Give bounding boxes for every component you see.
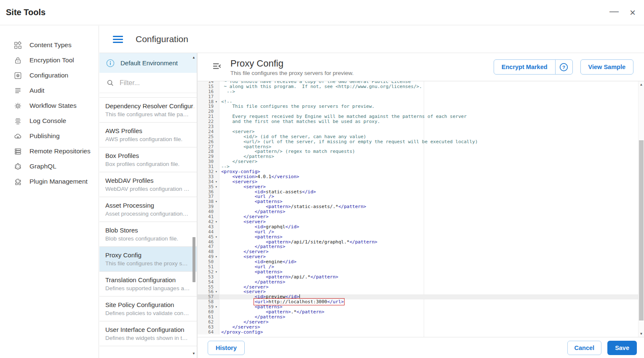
cancel-button[interactable]: Cancel: [567, 341, 602, 355]
sidebar-item-publishing[interactable]: Publishing: [0, 128, 99, 144]
gutter-cell[interactable]: 63: [198, 325, 219, 330]
code-line[interactable]: 52▾ <patterns>: [198, 270, 638, 275]
encrypt-marked-button[interactable]: Encrypt Marked: [494, 60, 555, 74]
save-button[interactable]: Save: [607, 341, 637, 355]
gutter-cell[interactable]: 54: [198, 280, 219, 285]
fold-spacer: [214, 129, 219, 134]
content-types-icon: [13, 41, 22, 49]
config-file-title: AWS Profiles: [105, 126, 194, 135]
history-button[interactable]: History: [208, 341, 245, 355]
collapse-panel-icon[interactable]: [213, 62, 222, 72]
gutter-cell[interactable]: 62: [198, 320, 219, 325]
fold-arrow-icon[interactable]: ▾: [214, 219, 219, 224]
filter-input[interactable]: [120, 79, 187, 87]
scroll-up-icon[interactable]: ▲: [191, 56, 196, 59]
fold-arrow-icon[interactable]: ▾: [214, 289, 219, 294]
fold-arrow-icon[interactable]: ▾: [214, 179, 219, 184]
config-file-item[interactable]: Blob StoresBlob stores configuration fil…: [99, 222, 197, 247]
sidebar-item-workflow-states[interactable]: Workflow States: [0, 98, 99, 113]
view-sample-button[interactable]: View Sample: [580, 59, 633, 75]
config-file-item[interactable]: Box ProfilesBox profiles configuration f…: [99, 147, 197, 172]
config-file-item[interactable]: Asset ProcessingAsset processing configu…: [99, 197, 197, 222]
config-file-item[interactable]: User Interface ConfigurationDefines the …: [99, 321, 197, 346]
fold-spacer: [214, 89, 219, 94]
code-line[interactable]: 62 </server>: [198, 320, 638, 325]
gutter-cell[interactable]: 25: [198, 134, 219, 139]
fold-arrow-icon[interactable]: ▾: [214, 99, 219, 104]
config-file-item[interactable]: Translation ConfigurationDefines support…: [99, 272, 197, 297]
sidebar-item-log-console[interactable]: Log Console: [0, 113, 99, 128]
sidebar-item-content-types[interactable]: Content Types: [0, 37, 99, 53]
gutter-cell[interactable]: 61: [198, 315, 219, 320]
config-file-title: Box Profiles: [105, 151, 194, 160]
code-line[interactable]: 16 -->: [198, 89, 638, 94]
config-file-item[interactable]: WebDAV ProfilesWebDAV profiles configura…: [99, 172, 197, 197]
fold-arrow-icon[interactable]: ▾: [214, 305, 219, 310]
config-file-description: Defines supported languages a…: [105, 284, 194, 292]
gutter-cell[interactable]: 26: [198, 139, 219, 144]
scroll-down-icon[interactable]: ▼: [191, 352, 196, 355]
fold-arrow-icon[interactable]: ▾: [214, 254, 219, 259]
code-line[interactable]: 17: [198, 94, 638, 99]
editor-scrollbar[interactable]: ▲ ▼: [638, 81, 644, 337]
config-file-title: Blob Stores: [105, 226, 194, 235]
gutter-cell[interactable]: 34▾: [198, 179, 219, 184]
code-line[interactable]: 63 </servers>: [198, 325, 638, 330]
gutter-cell[interactable]: 17: [198, 94, 219, 99]
gutter-cell[interactable]: 15: [198, 84, 219, 89]
code-line[interactable]: 31-->: [198, 164, 638, 169]
code-line[interactable]: 23: [198, 124, 638, 129]
code-line[interactable]: 29 </patterns>: [198, 154, 638, 159]
gutter-cell[interactable]: 52▾: [198, 270, 219, 275]
gutter-cell[interactable]: 16: [198, 89, 219, 94]
text-cursor: [299, 294, 300, 299]
fold-spacer: [214, 204, 219, 209]
code-line[interactable]: 15 ~ along with this program. If not, se…: [198, 84, 638, 89]
sidebar-item-label: Workflow States: [29, 102, 77, 110]
code-line[interactable]: 30 </server>: [198, 159, 638, 164]
gutter-cell[interactable]: 43: [198, 224, 219, 230]
sidebar-item-label: Content Types: [29, 41, 72, 49]
code-line[interactable]: 22 and the first one that matches will b…: [198, 119, 638, 124]
code-line[interactable]: 45▾ <patterns>: [198, 235, 638, 240]
gutter-cell[interactable]: 44: [198, 230, 219, 235]
window-titlebar: Site Tools — ×: [0, 0, 644, 25]
config-file-item[interactable]: AWS ProfilesAWS profiles configuration f…: [99, 123, 197, 147]
fold-arrow-icon[interactable]: ▾: [214, 169, 219, 174]
gutter-cell[interactable]: 64: [198, 330, 219, 335]
code-line[interactable]: 19 This file configures the proxy server…: [198, 104, 638, 109]
code-line[interactable]: 33 <version>4.0.1</version>: [198, 174, 638, 179]
info-icon[interactable]: [106, 59, 115, 67]
gutter-cell[interactable]: 35▾: [198, 184, 219, 190]
scrollbar-thumb[interactable]: [192, 237, 195, 282]
sidebar-item-graphql[interactable]: GraphQL: [0, 159, 99, 174]
sidebar-item-configuration[interactable]: Configuration: [0, 68, 99, 83]
sidebar-item-encryption-tool[interactable]: Encryption Tool: [0, 53, 99, 68]
fold-arrow-icon[interactable]: ▾: [214, 199, 219, 204]
fold-arrow-icon[interactable]: ▾: [214, 270, 219, 275]
gutter-cell[interactable]: 45▾: [198, 235, 219, 240]
help-icon[interactable]: ?: [556, 60, 572, 74]
sidebar-item-remote-repositories[interactable]: Remote Repositories: [0, 144, 99, 159]
code-line[interactable]: 64</proxy-config>: [198, 330, 638, 335]
scroll-down-icon[interactable]: ▼: [639, 332, 644, 336]
minimize-icon[interactable]: —: [609, 6, 619, 16]
cloud-upload-icon: [13, 132, 22, 140]
list-scrollbar[interactable]: ▲ ▼: [191, 55, 196, 356]
scroll-up-icon[interactable]: ▲: [639, 83, 644, 86]
code-editor[interactable]: 14 ~ You should have received a copy of …: [198, 81, 644, 337]
menu-icon[interactable]: [113, 36, 123, 43]
scrollbar-thumb[interactable]: [639, 140, 644, 321]
gutter-cell[interactable]: 24: [198, 129, 219, 134]
config-file-item[interactable]: Dependency Resolver Configur…This file c…: [99, 98, 197, 123]
fold-spacer: [214, 134, 219, 139]
list-item-clipped[interactable]: [99, 93, 197, 98]
config-file-item[interactable]: Site Policy ConfigurationDefines policie…: [99, 297, 197, 321]
fold-arrow-icon[interactable]: ▾: [214, 235, 219, 240]
sidebar-item-plugin-management[interactable]: Plugin Management: [0, 174, 99, 189]
gutter-cell[interactable]: 53: [198, 275, 219, 280]
config-file-item-selected[interactable]: Proxy ConfigThis file configures the pro…: [99, 247, 197, 272]
sidebar-item-audit[interactable]: Audit: [0, 83, 99, 98]
close-icon[interactable]: ×: [630, 8, 636, 18]
fold-arrow-icon[interactable]: ▾: [214, 184, 219, 190]
